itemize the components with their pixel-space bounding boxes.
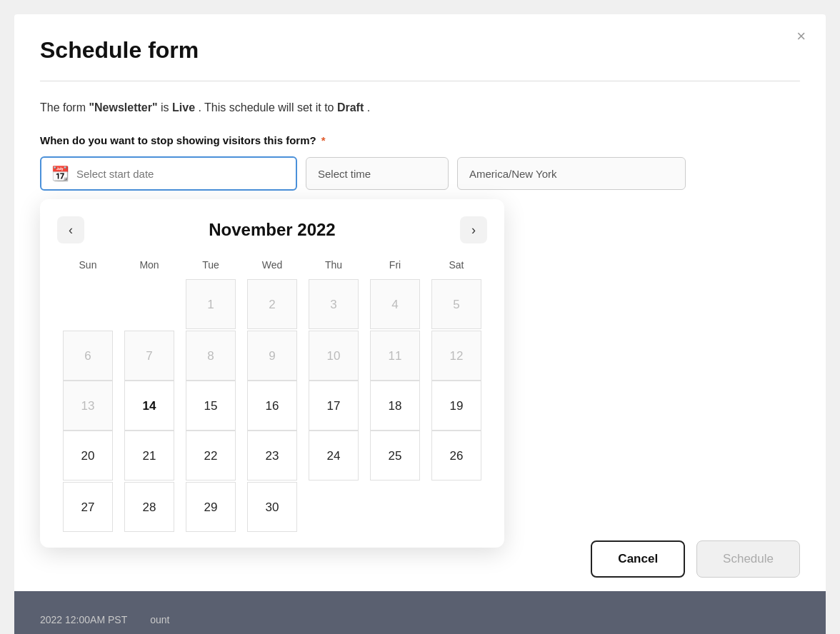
calendar-day[interactable]: 14	[124, 381, 174, 431]
description-text: The form "Newsletter" is Live . This sch…	[40, 101, 800, 114]
calendar-day[interactable]: 18	[370, 381, 420, 431]
calendar-cell: 2	[241, 278, 303, 331]
date-input[interactable]: 📆	[40, 156, 297, 191]
calendar-cell: 9	[241, 331, 303, 381]
calendar-cell: 12	[426, 331, 487, 381]
calendar-week-row: 13141516171819	[57, 381, 487, 431]
calendar-cell	[303, 480, 364, 533]
calendar-cell: 3	[303, 278, 364, 331]
calendar-day[interactable]: 9	[247, 331, 297, 381]
calendar-cell: 11	[364, 331, 426, 381]
calendar-day[interactable]: 3	[309, 279, 359, 329]
calendar-cell: 21	[119, 431, 180, 480]
calendar-day-header: Tue	[180, 256, 241, 278]
calendar-dropdown: ‹ November 2022 › SunMonTueWedThuFriSat …	[40, 199, 504, 548]
calendar-day[interactable]: 22	[186, 431, 236, 480]
calendar-day[interactable]: 29	[186, 482, 236, 532]
calendar-day[interactable]: 19	[431, 381, 481, 431]
desc-mid: is	[161, 101, 172, 114]
month-year-label: November 2022	[209, 220, 335, 240]
calendar-week-row: 12345	[57, 278, 487, 331]
calendar-week-row: 6789101112	[57, 331, 487, 381]
calendar-cell: 24	[303, 431, 364, 480]
calendar-cell	[119, 278, 180, 331]
desc-prefix: The form	[40, 101, 89, 114]
calendar-cell: 10	[303, 331, 364, 381]
calendar-cell: 29	[180, 480, 241, 533]
calendar-cell: 19	[426, 381, 487, 431]
calendar-cell: 27	[57, 480, 119, 533]
calendar-day[interactable]: 27	[63, 482, 113, 532]
calendar-cell: 20	[57, 431, 119, 480]
calendar-day[interactable]: 15	[186, 381, 236, 431]
section1-label: When do you want to stop showing visitor…	[40, 134, 800, 146]
calendar-day[interactable]: 5	[431, 279, 481, 329]
dark-bar: 2022 12:00AM PST ount	[14, 591, 826, 634]
calendar-day[interactable]: 25	[370, 431, 420, 480]
calendar-cell: 14	[119, 381, 180, 431]
close-button[interactable]: ×	[796, 29, 806, 44]
calendar-day[interactable]: 10	[309, 331, 359, 381]
calendar-cell: 17	[303, 381, 364, 431]
calendar-day[interactable]: 28	[124, 482, 174, 532]
dark-bar-text2: ount	[150, 614, 169, 625]
timezone-select[interactable]: America/New York	[457, 157, 686, 190]
form-name: "Newsletter"	[89, 101, 157, 114]
time-select[interactable]: Select time	[306, 157, 449, 190]
calendar-week-row: 20212223242526	[57, 431, 487, 480]
calendar-cell: 1	[180, 278, 241, 331]
cancel-button[interactable]: Cancel	[591, 540, 685, 578]
calendar-week-row: 27282930	[57, 480, 487, 533]
calendar-cell: 18	[364, 381, 426, 431]
calendar-day[interactable]: 8	[186, 331, 236, 381]
calendar-header: ‹ November 2022 ›	[57, 216, 487, 243]
calendar-day[interactable]: 6	[63, 331, 113, 381]
desc-mid2: . This schedule will set it to	[198, 101, 336, 114]
page-title: Schedule form	[40, 37, 800, 64]
dark-bar-text1: 2022 12:00AM PST	[40, 614, 127, 625]
calendar-cell	[364, 480, 426, 533]
calendar-day-header: Mon	[119, 256, 180, 278]
calendar-cell: 8	[180, 331, 241, 381]
status-live: Live	[172, 101, 195, 114]
calendar-cell: 25	[364, 431, 426, 480]
calendar-day-header: Wed	[241, 256, 303, 278]
calendar-cell: 13	[57, 381, 119, 431]
calendar-day[interactable]: 23	[247, 431, 297, 480]
calendar-cell: 15	[180, 381, 241, 431]
calendar-cell: 23	[241, 431, 303, 480]
calendar-day[interactable]: 13	[63, 381, 113, 431]
calendar-day[interactable]: 21	[124, 431, 174, 480]
calendar-day[interactable]: 20	[63, 431, 113, 480]
prev-month-button[interactable]: ‹	[57, 216, 84, 243]
calendar-cell: 4	[364, 278, 426, 331]
calendar-day[interactable]: 11	[370, 331, 420, 381]
schedule-modal: × Schedule form The form "Newsletter" is…	[14, 14, 826, 634]
calendar-day[interactable]: 26	[431, 431, 481, 480]
calendar-cell: 22	[180, 431, 241, 480]
calendar-cell: 16	[241, 381, 303, 431]
start-date-field[interactable]	[76, 168, 286, 180]
calendar-day-header: Sat	[426, 256, 487, 278]
calendar-day[interactable]: 1	[186, 279, 236, 329]
schedule-button[interactable]: Schedule	[696, 540, 800, 578]
divider	[40, 81, 800, 81]
calendar-day[interactable]: 17	[309, 381, 359, 431]
calendar-day[interactable]: 2	[247, 279, 297, 329]
calendar-day-header: Sun	[57, 256, 119, 278]
calendar-cell: 7	[119, 331, 180, 381]
desc-suffix: .	[367, 101, 370, 114]
calendar-days-header: SunMonTueWedThuFriSat	[57, 256, 487, 278]
calendar-day-header: Fri	[364, 256, 426, 278]
calendar-day[interactable]: 12	[431, 331, 481, 381]
calendar-day[interactable]: 24	[309, 431, 359, 480]
next-month-button[interactable]: ›	[460, 216, 487, 243]
calendar-day[interactable]: 16	[247, 381, 297, 431]
calendar-day[interactable]: 7	[124, 331, 174, 381]
required-marker: *	[321, 134, 326, 146]
status-draft: Draft	[337, 101, 364, 114]
calendar-cell: 5	[426, 278, 487, 331]
calendar-cell: 28	[119, 480, 180, 533]
calendar-day[interactable]: 30	[247, 482, 297, 532]
calendar-day[interactable]: 4	[370, 279, 420, 329]
